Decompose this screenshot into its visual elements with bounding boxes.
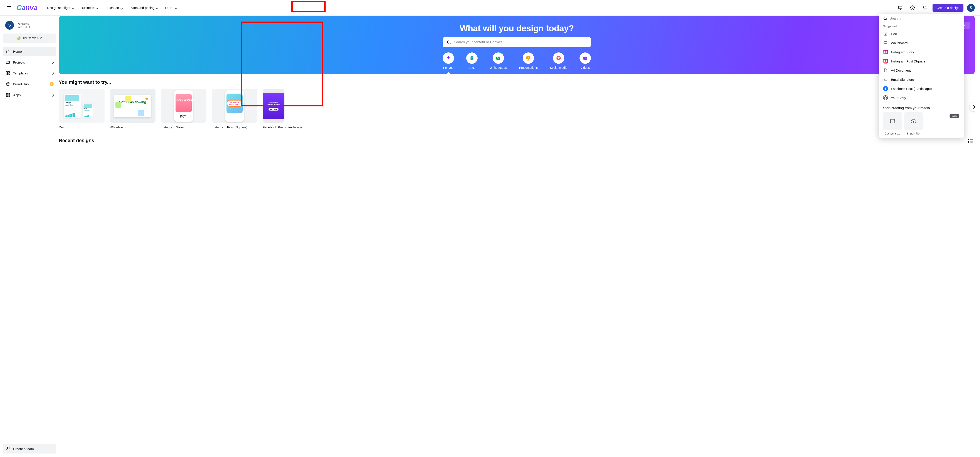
home-icon [6,49,10,54]
doc-icon [466,52,477,64]
svg-rect-4 [8,71,10,73]
pro-badge-icon [50,82,54,86]
hero-tab-for-you[interactable]: For you [443,52,454,70]
dropdown-tile-import-file[interactable]: Import file [904,112,923,135]
hero-tab-social-media[interactable]: Social media [550,52,567,70]
search-icon [447,40,451,44]
svg-point-18 [884,17,886,20]
svg-point-7 [447,41,450,43]
instagram-icon [883,50,888,54]
sidebar-item-projects[interactable]: Projects [3,57,56,67]
svg-rect-10 [471,58,473,58]
chevron-down-icon [72,7,74,8]
dropdown-item-email-signature[interactable]: Email Signature [879,75,964,84]
dropdown-search-input[interactable] [889,17,960,21]
sidebar-item-label: Create a team [13,447,34,451]
doc-icon [883,31,888,36]
team-icon [6,447,10,451]
sidebar-item-apps[interactable]: Apps [3,90,56,100]
chevron-down-icon [156,7,158,8]
dropdown-item-your-story[interactable]: Your Story [879,93,964,102]
search-icon [883,16,888,21]
dropdown-item-whiteboard[interactable]: Whiteboard [879,38,964,48]
sidebar-item-label: Projects [13,60,25,64]
card-label: Facebook Post (Landscape) [262,125,285,129]
nav-learn[interactable]: Learn [162,4,179,12]
user-name: Personal [17,22,30,25]
svg-rect-5 [8,74,10,75]
folder-icon [6,60,10,64]
svg-rect-0 [899,6,902,8]
sidebar-item-brand-hub[interactable]: Brand Hub [3,79,56,89]
dropdown-item-instagram-post[interactable]: Instagram Post (Square) [879,57,964,66]
svg-rect-20 [884,41,887,43]
thumbnail: Perfect your postDESIGN NOW [161,89,207,123]
nav-plans[interactable]: Plans and pricing [127,4,161,12]
dropdown-item-facebook-post[interactable]: f Facebook Post (Landscape) [879,84,964,93]
nav-education[interactable]: Education [102,4,125,12]
svg-rect-3 [6,71,8,75]
nav-business[interactable]: Business [78,4,100,12]
svg-rect-12 [496,57,500,60]
hero-tab-videos[interactable]: Videos [579,52,591,70]
main-content: Upload What will you design today? For y… [59,16,980,457]
template-card-doc[interactable]: DesignVisual Docs DesignVisual Docs Doc [59,89,105,129]
chevron-down-icon [95,7,97,8]
settings-icon[interactable] [908,3,917,12]
dropdown-tile-custom-size[interactable]: Custom size [883,112,902,135]
chevron-right-icon [51,94,54,96]
hero-search-input[interactable] [454,40,587,44]
chevron-down-icon [120,7,123,8]
create-team-button[interactable]: Create a team [3,444,56,454]
whiteboard-icon [883,40,888,45]
avatar[interactable]: S [967,4,975,12]
card-label: Whiteboard [110,125,156,129]
chevron-right-icon [51,72,54,74]
card-label: Instagram Post (Square) [212,125,258,129]
svg-rect-13 [497,57,498,58]
video-icon [579,52,591,64]
whiteboard-icon [493,52,504,64]
view-list-toggle[interactable] [966,137,975,146]
sidebar: S Personal Free• 1 👑 Try Canva Pro Home … [0,16,59,457]
template-card-facebook-post[interactable]: INSPIREYOUR FEED60% OFF Facebook Post (L… [262,89,285,129]
try-canva-pro-button[interactable]: 👑 Try Canva Pro [3,33,56,43]
facebook-icon: f [883,86,888,91]
thumbnail: PERFECTYOUR POST [212,89,258,123]
sidebar-item-home[interactable]: Home [3,46,56,56]
nav-design-spotlight[interactable]: Design spotlight [45,4,76,12]
top-nav: Canva Design spotlight Business Educatio… [0,0,980,16]
desktop-app-icon[interactable] [896,3,905,12]
hero-search[interactable] [443,37,591,47]
section-recent: Recent designs [59,135,980,148]
template-card-instagram-story[interactable]: Perfect your postDESIGN NOW Instagram St… [161,89,207,129]
sidebar-user[interactable]: S Personal Free• 1 [3,19,56,32]
template-card-instagram-post[interactable]: PERFECTYOUR POST Instagram Post (Square) [212,89,258,129]
dropdown-suggested-label: Suggested [879,23,964,29]
dropdown-item-doc[interactable]: Doc [879,29,964,38]
hero-tab-docs[interactable]: Docs [466,52,477,70]
canva-logo[interactable]: Canva [17,4,37,12]
custom-size-icon [889,118,895,124]
hero-tab-whiteboards[interactable]: Whiteboards [490,52,507,70]
story-icon [883,95,888,100]
svg-point-1 [912,7,913,8]
template-row: DesignVisual Docs DesignVisual Docs Doc … [59,89,975,129]
sidebar-item-label: Home [13,50,22,53]
card-label: Instagram Story [161,125,207,129]
section-title: Recent designs [59,138,94,143]
carousel-next-button[interactable] [970,103,975,111]
hamburger-icon[interactable] [5,5,13,11]
presentation-icon [523,52,534,64]
dropdown-item-a4[interactable]: A4 Document [879,66,964,75]
dropdown-media-title: Start creating from your media [879,102,964,112]
template-card-whiteboard[interactable]: ★Get ideas flowing Whiteboard [110,89,156,129]
create-design-button[interactable]: Create a design [932,4,963,12]
dropdown-search[interactable] [879,14,964,23]
notifications-icon[interactable] [920,3,929,12]
dropdown-item-instagram-story[interactable]: Instagram Story [879,48,964,57]
document-icon [883,68,888,73]
sidebar-item-templates[interactable]: Templates [3,68,56,78]
sidebar-item-label: Apps [13,93,21,97]
hero-tab-presentations[interactable]: Presentations [519,52,538,70]
